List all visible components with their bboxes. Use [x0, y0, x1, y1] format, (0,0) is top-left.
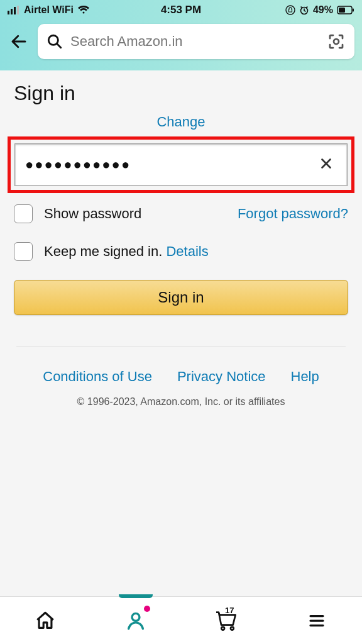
conditions-link[interactable]: Conditions of Use	[43, 369, 152, 385]
close-icon	[319, 157, 333, 170]
clear-password-button[interactable]	[315, 152, 337, 179]
search-icon	[47, 33, 63, 50]
signin-content: Sign in Change ●●●●●●●●●●● Show password…	[0, 70, 362, 408]
search-field[interactable]: Search Amazon.in	[38, 24, 354, 59]
app-header: Search Amazon.in	[0, 20, 362, 70]
hamburger-icon	[307, 611, 326, 630]
show-password-label: Show password	[44, 206, 141, 222]
notification-dot	[144, 606, 150, 612]
svg-point-11	[132, 613, 140, 621]
keep-signed-label: Keep me signed in. Details	[44, 243, 209, 260]
nav-active-indicator	[119, 594, 153, 598]
help-link[interactable]: Help	[291, 369, 319, 385]
divider	[16, 347, 346, 347]
copyright: © 1996-2023, Amazon.com, Inc. or its aff…	[14, 396, 348, 408]
nav-menu[interactable]	[272, 597, 362, 644]
password-highlight: ●●●●●●●●●●●	[8, 136, 354, 193]
status-bar: Airtel WiFi 4:53 PM 49%	[0, 0, 362, 20]
nav-home[interactable]	[0, 597, 90, 644]
password-masked-value: ●●●●●●●●●●●	[25, 157, 315, 173]
user-icon	[125, 610, 146, 631]
show-password-row: Show password Forgot password?	[14, 204, 348, 223]
page-title: Sign in	[14, 82, 348, 105]
bottom-nav: 17	[0, 596, 362, 644]
show-password-checkbox[interactable]	[14, 204, 33, 223]
forgot-password-link[interactable]: Forgot password?	[238, 206, 348, 222]
nav-cart[interactable]: 17	[181, 597, 272, 644]
keep-signed-row: Keep me signed in. Details	[14, 242, 348, 261]
details-link[interactable]: Details	[166, 243, 208, 259]
keep-signed-text: Keep me signed in.	[44, 243, 166, 259]
arrow-left-icon	[9, 32, 28, 51]
cart-count: 17	[225, 606, 234, 615]
signin-button[interactable]: Sign in	[14, 280, 348, 315]
home-icon	[35, 610, 56, 631]
svg-point-10	[334, 39, 339, 44]
privacy-link[interactable]: Privacy Notice	[177, 369, 266, 385]
search-placeholder: Search Amazon.in	[70, 33, 319, 50]
keep-signed-checkbox[interactable]	[14, 242, 33, 261]
camera-scan-icon[interactable]	[327, 32, 346, 51]
nav-account[interactable]	[90, 597, 181, 644]
change-link[interactable]: Change	[156, 114, 205, 130]
back-button[interactable]	[8, 30, 30, 53]
password-input[interactable]: ●●●●●●●●●●●	[14, 143, 348, 186]
footer-links: Conditions of Use Privacy Notice Help	[14, 369, 348, 385]
status-time: 4:53 PM	[0, 4, 362, 16]
